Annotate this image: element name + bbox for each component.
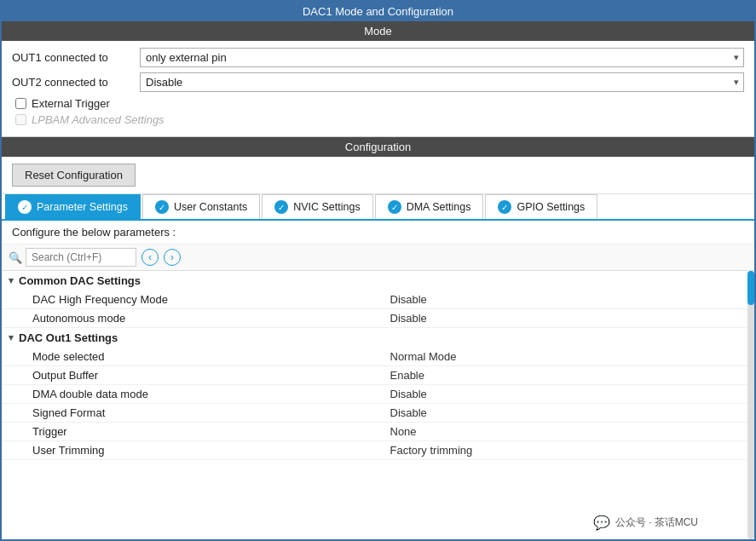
params-table: ▾ Common DAC Settings DAC High Frequency… <box>2 271 754 539</box>
dac-out1-chevron-icon: ▾ <box>9 332 14 343</box>
param-row-signed-format: Signed Format Disable <box>2 404 754 423</box>
group-common-dac-settings[interactable]: ▾ Common DAC Settings <box>2 271 754 291</box>
configure-label: Configure the below parameters : <box>2 221 754 245</box>
param-value-trigger: None <box>390 425 748 438</box>
tab-parameter-settings-label: Parameter Settings <box>37 201 128 213</box>
user-constants-check-icon: ✓ <box>155 200 169 214</box>
mode-section-header: Mode <box>2 21 754 41</box>
config-section-header: Configuration <box>2 137 754 157</box>
param-value-autonomous-mode: Disable <box>390 312 748 325</box>
out2-row: OUT2 connected to Disable Enable ▾ <box>12 72 744 92</box>
param-name-user-trimming: User Trimming <box>32 444 390 457</box>
scrollbar-thumb <box>747 271 754 305</box>
dma-settings-check-icon: ✓ <box>388 200 401 214</box>
mode-section: OUT1 connected to only external pin both… <box>2 41 754 137</box>
tab-dma-settings[interactable]: ✓ DMA Settings <box>375 194 484 219</box>
tab-gpio-settings[interactable]: ✓ GPIO Settings <box>485 194 597 219</box>
common-dac-chevron-icon: ▾ <box>9 275 14 286</box>
param-row-trigger: Trigger None <box>2 423 754 441</box>
group-dac-out1-settings[interactable]: ▾ DAC Out1 Settings <box>2 328 754 348</box>
param-value-dma-double: Disable <box>390 388 748 400</box>
common-dac-group-label: Common DAC Settings <box>19 274 141 287</box>
lpbam-checkbox <box>15 114 26 125</box>
config-section: Configuration Reset Configuration ✓ Para… <box>2 137 754 539</box>
param-value-dac-high-freq: Disable <box>390 293 748 306</box>
tab-nvic-settings[interactable]: ✓ NVIC Settings <box>262 194 373 219</box>
tabs-row: ✓ Parameter Settings ✓ User Constants ✓ … <box>2 194 754 221</box>
tab-gpio-settings-label: GPIO Settings <box>517 201 585 213</box>
reset-btn-row: Reset Configuration <box>2 157 754 194</box>
external-trigger-label: External Trigger <box>32 97 110 110</box>
param-row-user-trimming: User Trimming Factory trimming <box>2 441 754 460</box>
param-value-mode-selected: Normal Mode <box>390 350 748 363</box>
param-name-output-buffer: Output Buffer <box>32 369 390 382</box>
out2-label: OUT2 connected to <box>12 76 140 89</box>
gpio-settings-check-icon: ✓ <box>498 200 511 214</box>
lpbam-label: LPBAM Advanced Settings <box>32 113 164 126</box>
main-window: DAC1 Mode and Configuration Mode OUT1 co… <box>0 0 756 541</box>
param-row-output-buffer: Output Buffer Enable <box>2 366 754 385</box>
scrollbar-track <box>747 271 754 539</box>
dac-out1-group-label: DAC Out1 Settings <box>19 331 118 344</box>
next-arrow-button[interactable]: › <box>164 249 181 266</box>
param-value-user-trimming: Factory trimming <box>390 444 748 457</box>
params-container: ▾ Common DAC Settings DAC High Frequency… <box>2 271 754 539</box>
param-name-mode-selected: Mode selected <box>32 350 390 363</box>
external-trigger-checkbox[interactable] <box>15 98 26 109</box>
param-row-autonomous-mode: Autonomous mode Disable <box>2 309 754 328</box>
out2-select-wrapper: Disable Enable ▾ <box>140 72 744 92</box>
tab-user-constants[interactable]: ✓ User Constants <box>142 194 260 219</box>
out1-label: OUT1 connected to <box>12 51 140 64</box>
reset-config-button[interactable]: Reset Configuration <box>12 164 136 187</box>
window-title: DAC1 Mode and Configuration <box>2 2 754 21</box>
out2-select[interactable]: Disable Enable <box>140 72 744 92</box>
search-icon: 🔍 <box>9 251 22 264</box>
param-row-dac-high-freq: DAC High Frequency Mode Disable <box>2 291 754 309</box>
param-value-signed-format: Disable <box>390 406 748 419</box>
tab-parameter-settings[interactable]: ✓ Parameter Settings <box>5 194 141 219</box>
tab-user-constants-label: User Constants <box>174 201 247 213</box>
param-name-trigger: Trigger <box>32 425 390 438</box>
external-trigger-row: External Trigger <box>15 97 744 110</box>
tab-nvic-settings-label: NVIC Settings <box>293 201 361 213</box>
search-row: 🔍 ‹ › <box>2 245 754 271</box>
lpbam-row: LPBAM Advanced Settings <box>15 113 744 126</box>
out1-select-wrapper: only external pin both external pin and … <box>140 48 744 67</box>
param-name-dac-high-freq: DAC High Frequency Mode <box>32 293 390 306</box>
parameter-settings-check-icon: ✓ <box>18 200 32 214</box>
param-row-mode-selected: Mode selected Normal Mode <box>2 348 754 366</box>
param-name-autonomous-mode: Autonomous mode <box>32 312 390 325</box>
param-name-dma-double: DMA double data mode <box>32 388 390 400</box>
out1-row: OUT1 connected to only external pin both… <box>12 48 744 67</box>
param-name-signed-format: Signed Format <box>32 406 390 419</box>
prev-arrow-button[interactable]: ‹ <box>141 249 159 266</box>
nvic-settings-check-icon: ✓ <box>274 200 288 214</box>
param-row-dma-double: DMA double data mode Disable <box>2 385 754 404</box>
param-value-output-buffer: Enable <box>390 369 748 382</box>
search-input[interactable] <box>26 248 136 267</box>
tab-dma-settings-label: DMA Settings <box>407 201 471 213</box>
out1-select[interactable]: only external pin both external pin and … <box>140 48 744 67</box>
